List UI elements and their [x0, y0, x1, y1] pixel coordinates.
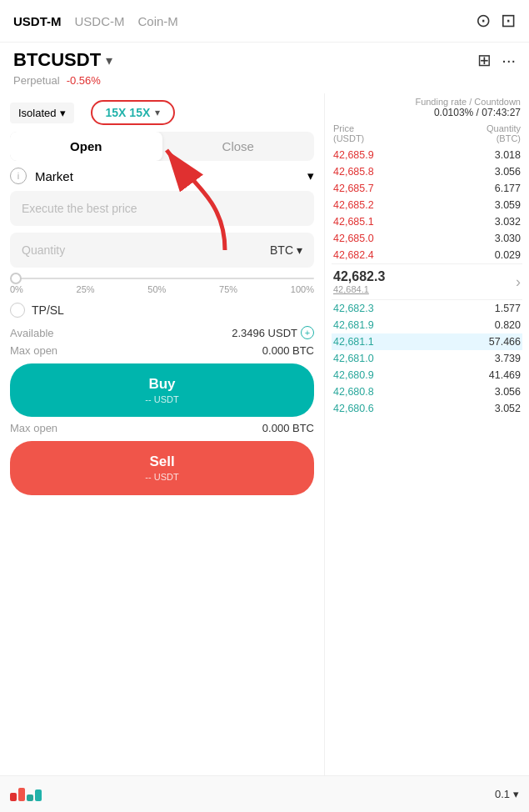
bid-row: 42,680.6 3.052: [332, 400, 522, 417]
price-col-label: Price: [333, 123, 364, 133]
buy-button[interactable]: Buy -- USDT: [10, 363, 314, 417]
candlestick-icon[interactable]: ⊞: [477, 50, 492, 70]
bid-row: 42,681.9 0.820: [332, 317, 522, 333]
buy-sub: -- USDT: [145, 393, 178, 405]
sell-button[interactable]: Sell -- USDT: [10, 441, 314, 494]
ask-row: 42,685.9 3.018: [332, 147, 522, 163]
slider-label-75: 75%: [219, 284, 237, 294]
bid-row: 42,682.3 1.577: [332, 300, 522, 317]
add-funds-button[interactable]: +: [301, 326, 314, 339]
mid-sub-price: 42,684.1: [333, 284, 385, 294]
header: USDT-M USDC-M Coin-M ⊙ ⊡: [0, 0, 529, 43]
ask-row: 42,682.4 0.029: [332, 247, 522, 263]
slider-labels: 0% 25% 50% 75% 100%: [10, 284, 314, 294]
left-panel: Isolated ▾ 15X 15X ▾ Open Close i Market…: [0, 93, 325, 805]
symbol-name[interactable]: BTCUSDT: [13, 49, 101, 71]
slider-label-0: 0%: [10, 284, 23, 294]
leverage-slider[interactable]: 0% 25% 50% 75% 100%: [10, 278, 314, 294]
info-icon[interactable]: i: [10, 168, 27, 184]
quantity-placeholder: Quantity: [22, 243, 65, 257]
max-open-sell-value: 0.000 BTC: [262, 422, 314, 434]
price-unit-label: (USDT): [333, 133, 364, 143]
depth-selector[interactable]: 0.1 ▾: [495, 788, 519, 800]
ask-row: 42,685.0 3.030: [332, 230, 522, 247]
price-change: -0.56%: [67, 74, 101, 87]
bid-row-highlight: 42,681.1 57.466: [332, 333, 522, 350]
ask-row: 42,685.7 6.177: [332, 180, 522, 197]
qty-col-label: Quantity: [487, 123, 521, 133]
bottom-bar: 0.1 ▾: [0, 775, 529, 812]
mid-price: 42,682.3: [333, 269, 385, 284]
order-type-value: Market: [35, 169, 73, 183]
tab-open[interactable]: Open: [10, 132, 162, 161]
slider-label-25: 25%: [77, 284, 95, 294]
symbol-left: BTCUSDT ▾: [13, 49, 112, 71]
quantity-unit-arrow: ▾: [297, 243, 302, 257]
slider-label-50: 50%: [147, 284, 166, 294]
account-icon[interactable]: ⊡: [501, 10, 516, 32]
tpsl-label: TP/SL: [32, 303, 64, 317]
max-open-sell-row: Max open 0.000 BTC: [10, 422, 314, 434]
bid-rows: 42,682.3 1.577 42,681.9 0.820 42,681.1 5…: [332, 300, 522, 417]
max-open-buy-label: Max open: [10, 344, 57, 357]
order-type-arrow: ▾: [307, 168, 314, 183]
controls-row: Isolated ▾ 15X 15X ▾: [10, 100, 314, 125]
orderbook-panel: Funding rate / Countdown 0.0103% / 07:43…: [325, 93, 529, 805]
max-open-sell-label: Max open: [10, 422, 57, 434]
perpetual-row: Perpetual -0.56%: [0, 74, 529, 93]
quantity-input[interactable]: Quantity BTC ▾: [10, 233, 314, 268]
qty-unit-label: (BTC): [487, 133, 521, 143]
tpsl-checkbox[interactable]: [10, 303, 25, 318]
market-type-tabs: USDT-M USDC-M Coin-M: [13, 14, 476, 28]
margin-type-button[interactable]: Isolated ▾: [10, 103, 74, 123]
order-type-select[interactable]: Market ▾: [35, 168, 314, 183]
tpsl-row: TP/SL: [10, 303, 314, 318]
ask-rows: 42,685.9 3.018 42,685.8 3.056 42,685.7 6…: [332, 147, 522, 263]
more-icon[interactable]: ···: [502, 51, 516, 70]
tab-usdt-m[interactable]: USDT-M: [13, 14, 62, 28]
price-input[interactable]: Execute the best price: [10, 191, 314, 226]
ask-row: 42,685.8 3.056: [332, 163, 522, 180]
quantity-unit-label: BTC: [270, 243, 293, 257]
trade-tabs: Open Close: [10, 132, 314, 161]
clock-icon[interactable]: ⊙: [476, 10, 491, 32]
available-row: Available 2.3496 USDT +: [10, 326, 314, 339]
leverage-value: 15X 15X: [106, 106, 151, 119]
available-label: Available: [10, 327, 54, 339]
tab-coin-m[interactable]: Coin-M: [138, 14, 178, 28]
tab-close[interactable]: Close: [162, 132, 315, 161]
slider-track: [10, 278, 314, 279]
depth-arrow-icon: ▾: [513, 788, 519, 800]
perpetual-label: Perpetual: [13, 74, 60, 87]
mid-arrow-icon[interactable]: ›: [516, 273, 521, 291]
depth-value: 0.1: [495, 788, 510, 800]
leverage-arrow-icon: ▾: [155, 107, 160, 118]
max-open-buy-value: 0.000 BTC: [262, 344, 314, 357]
leverage-selector[interactable]: 15X 15X ▾: [91, 100, 176, 125]
sell-label: Sell: [149, 453, 174, 471]
ask-row: 42,685.1 3.032: [332, 213, 522, 230]
symbol-dropdown-icon[interactable]: ▾: [106, 53, 112, 68]
depth-icon[interactable]: [10, 788, 42, 801]
symbol-action-icons: ⊞ ···: [477, 50, 516, 70]
funding-rate-value: 0.0103% / 07:43:27: [333, 107, 521, 118]
funding-rate-label: Funding rate / Countdown: [333, 97, 521, 107]
bid-row: 42,680.9 41.469: [332, 367, 522, 383]
max-open-buy-row: Max open 0.000 BTC: [10, 344, 314, 357]
slider-label-100: 100%: [291, 284, 314, 294]
available-value: 2.3496 USDT: [232, 327, 297, 339]
quantity-unit-selector[interactable]: BTC ▾: [270, 243, 302, 257]
symbol-row: BTCUSDT ▾ ⊞ ···: [0, 43, 529, 74]
bid-row: 42,680.8 3.056: [332, 383, 522, 400]
buy-label: Buy: [148, 375, 175, 393]
main-content: Isolated ▾ 15X 15X ▾ Open Close i Market…: [0, 93, 529, 805]
header-icons: ⊙ ⊡: [476, 10, 516, 32]
bid-row: 42,681.0 3.739: [332, 350, 522, 367]
order-type-row: i Market ▾: [10, 168, 314, 184]
sell-sub: -- USDT: [145, 471, 178, 483]
orderbook-header: Price (USDT) Quantity (BTC): [332, 120, 522, 147]
slider-thumb[interactable]: [10, 273, 22, 284]
orderbook-mid[interactable]: 42,682.3 42,684.1 ›: [332, 263, 522, 300]
ask-row: 42,685.2 3.059: [332, 197, 522, 213]
tab-usdc-m[interactable]: USDC-M: [75, 14, 125, 28]
